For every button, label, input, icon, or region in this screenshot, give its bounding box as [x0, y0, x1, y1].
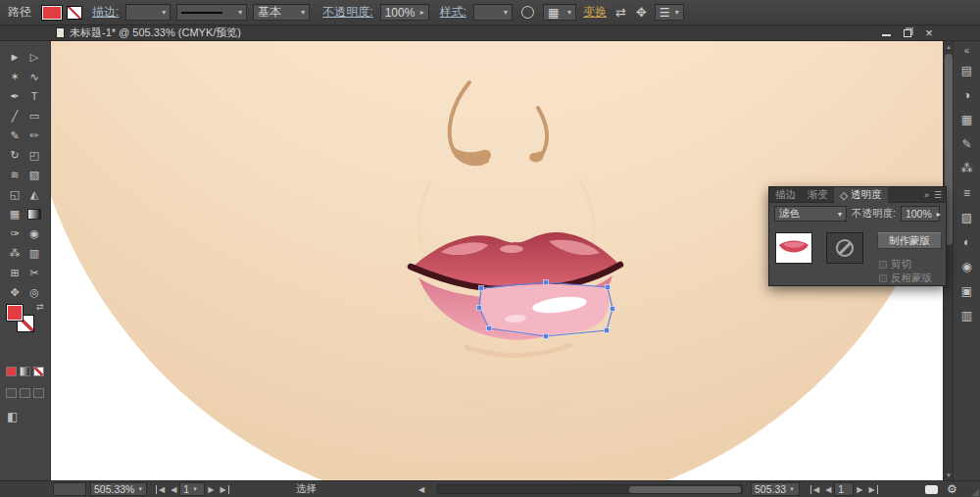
stroke-link[interactable]: 描边: — [92, 4, 119, 21]
color-panel-icon[interactable]: ▤ — [958, 62, 976, 79]
color-mode-button[interactable] — [6, 367, 17, 376]
none-mode-button[interactable] — [33, 367, 44, 376]
swap-fill-stroke-icon[interactable]: ⇄ — [36, 302, 44, 312]
selection-tool[interactable]: ► — [5, 47, 24, 67]
lasso-tool[interactable]: ∿ — [24, 67, 44, 86]
screen-mode-button[interactable]: ◧ — [7, 410, 18, 423]
shuffle-icon[interactable]: ⇄ — [615, 5, 626, 20]
zoom-tool[interactable]: ◎ — [24, 282, 44, 302]
graphic-styles-panel-icon[interactable]: ▣ — [958, 282, 976, 300]
rectangle-tool[interactable]: ▭ — [24, 106, 44, 125]
resize-grip-icon[interactable]: ◢ — [971, 486, 979, 497]
settings-button[interactable]: ⚙ — [947, 482, 957, 496]
make-mask-button[interactable]: 制作蒙版 — [877, 232, 942, 249]
style-dropdown[interactable]: ▾ — [473, 4, 513, 21]
transparency-panel-icon[interactable]: ◐ — [958, 233, 976, 251]
minimize-button[interactable] — [878, 27, 894, 39]
blend-tool[interactable]: ◉ — [24, 224, 44, 243]
prev-artboard-icon[interactable]: ◀ — [168, 485, 179, 494]
invert-mask-checkbox[interactable] — [879, 274, 887, 282]
variable-width-dropdown[interactable]: ▾ — [176, 4, 247, 21]
draw-normal-button[interactable] — [6, 388, 17, 398]
magic-wand-tool[interactable]: ✶ — [5, 67, 24, 86]
panel-menu-icon[interactable]: ☰ — [934, 190, 942, 200]
symbols-panel-icon[interactable]: ⁂ — [958, 160, 976, 177]
fill-color-swatch[interactable] — [41, 5, 63, 21]
zoom-dropdown[interactable]: 505.33%▾ — [90, 482, 147, 496]
next-artboard-icon[interactable]: ▶ — [854, 485, 865, 494]
feedback-button[interactable] — [925, 482, 938, 496]
zoom-dropdown-right[interactable]: 505.33▾ — [751, 482, 800, 496]
tab-transparency[interactable]: ◇透明度 — [834, 187, 888, 203]
perspective-grid-tool[interactable]: ◭ — [24, 184, 44, 204]
color-guide-panel-icon[interactable]: ◑ — [958, 86, 976, 104]
brushes-panel-icon[interactable]: ✎ — [958, 135, 976, 153]
fill-swatch[interactable] — [6, 304, 24, 322]
next-artboard-icon[interactable]: ▶ — [205, 485, 217, 494]
layers-panel-icon[interactable]: ▥ — [958, 307, 976, 324]
caret-icon: ▾ — [297, 8, 305, 17]
stroke-panel-icon[interactable]: ≡ — [958, 184, 976, 202]
stroke-weight-dropdown[interactable]: ▾ — [125, 4, 171, 21]
draw-behind-button[interactable] — [20, 388, 30, 398]
tab-stroke[interactable]: 描边 — [769, 187, 802, 203]
clip-checkbox[interactable] — [879, 261, 887, 269]
free-transform-tool[interactable]: ▧ — [24, 165, 44, 184]
first-artboard-icon[interactable]: ◀ — [810, 485, 822, 494]
style-link[interactable]: 样式: — [440, 4, 466, 21]
symbol-sprayer-tool[interactable]: ⁂ — [5, 243, 24, 263]
artboard-number-right[interactable]: 1 — [834, 482, 854, 496]
eyedropper-tool[interactable]: ✑ — [5, 224, 24, 243]
hand-tool[interactable]: ✥ — [5, 282, 24, 302]
caret-icon: ▾ — [138, 485, 142, 493]
scale-tool[interactable]: ◰ — [24, 145, 44, 165]
paintbrush-tool[interactable]: ✎ — [5, 125, 24, 145]
scroll-left-icon[interactable]: ◀ — [416, 482, 427, 496]
opacity-link[interactable]: 不透明度: — [322, 4, 372, 21]
type-tool[interactable]: T — [24, 86, 44, 106]
swatches-panel-icon[interactable]: ▦ — [958, 111, 976, 128]
more-options-dropdown[interactable]: ☰▾ — [655, 4, 684, 21]
width-tool[interactable]: ≋ — [5, 165, 24, 184]
pencil-tool[interactable]: ✏ — [24, 125, 44, 145]
gradient-mode-button[interactable] — [20, 367, 30, 376]
direct-selection-tool[interactable]: ▷ — [24, 47, 44, 67]
line-segment-tool[interactable]: ╱ — [5, 106, 24, 125]
dock-expand-icon[interactable]: « — [964, 45, 970, 56]
opacity-dropdown[interactable]: 100%▸ — [380, 4, 429, 21]
rotate-tool[interactable]: ↻ — [5, 145, 24, 165]
column-graph-tool[interactable]: ▥ — [24, 243, 44, 263]
fill-stroke-control: ⇄ — [0, 304, 51, 343]
shape-builder-tool[interactable]: ◱ — [5, 184, 24, 204]
appearance-panel-icon[interactable]: ◉ — [958, 258, 976, 275]
object-thumbnail[interactable] — [775, 232, 812, 264]
horizontal-scrollbar[interactable] — [437, 484, 743, 494]
stroke-color-swatch[interactable] — [67, 6, 82, 20]
panel-opacity-dropdown[interactable]: 100%▸ — [901, 206, 940, 222]
close-button[interactable]: × — [921, 27, 937, 39]
last-artboard-icon[interactable]: ▶ — [865, 485, 877, 494]
recolor-artwork-icon[interactable] — [521, 6, 534, 19]
mask-thumbnail[interactable] — [826, 232, 863, 264]
slice-tool[interactable]: ✂ — [24, 263, 44, 282]
artboard-nav: ◀ ◀ 1▾ ▶ ▶ — [153, 482, 232, 496]
align-icon[interactable]: ✥ — [636, 5, 647, 20]
transform-link[interactable]: 变换 — [583, 4, 607, 21]
last-artboard-icon[interactable]: ▶ — [217, 485, 228, 494]
draw-inside-button[interactable] — [33, 388, 44, 398]
artboard-tool[interactable]: ⊞ — [5, 263, 24, 282]
restore-button[interactable] — [900, 27, 915, 39]
tab-gradient[interactable]: 渐变 — [802, 187, 834, 203]
expand-panel-icon[interactable]: » — [924, 190, 929, 200]
blend-mode-dropdown[interactable]: 滤色▾ — [774, 206, 847, 222]
prev-artboard-icon[interactable]: ◀ — [822, 485, 834, 494]
first-artboard-icon[interactable]: ◀ — [156, 485, 168, 494]
brush-definition-dropdown[interactable]: 基本▾ — [253, 4, 310, 21]
align-options-dropdown[interactable]: ▦▾ — [543, 4, 576, 21]
artboard-number-dropdown[interactable]: 1▾ — [179, 482, 205, 496]
mesh-tool[interactable]: ▦ — [5, 204, 24, 224]
gradient-tool[interactable]: ▨ — [27, 209, 41, 220]
pen-tool[interactable]: ✒ — [5, 86, 24, 106]
horizontal-scroll-thumb[interactable] — [629, 486, 741, 493]
gradient-panel-icon[interactable]: ▨ — [958, 209, 976, 226]
